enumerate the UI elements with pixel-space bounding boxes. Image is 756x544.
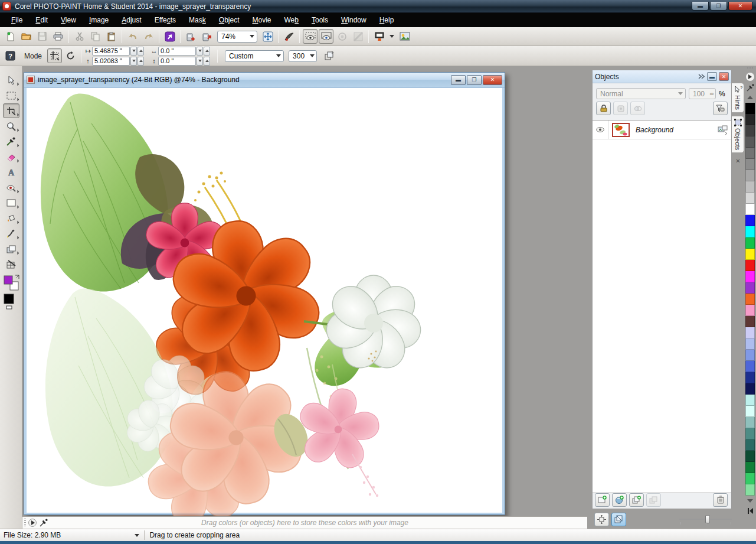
color-swatch[interactable]	[745, 226, 755, 237]
close-button[interactable]: ✕	[728, 2, 752, 11]
image-slicer-tool[interactable]	[3, 257, 19, 272]
lock-transparency-button[interactable]	[596, 102, 611, 115]
zoom-level-dropdown[interactable]	[247, 31, 257, 42]
object-transparency-tool[interactable]	[3, 242, 19, 256]
thumbnail-view-button[interactable]	[611, 513, 626, 526]
y-down-spinner[interactable]	[130, 57, 137, 66]
text-tool[interactable]: A	[3, 165, 19, 180]
eraser-tool[interactable]	[3, 149, 19, 164]
color-swatch[interactable]	[745, 170, 755, 181]
color-swatch[interactable]	[745, 406, 755, 417]
menu-item[interactable]: Edit	[29, 14, 54, 26]
menu-item[interactable]: Window	[335, 14, 373, 26]
secondary-color-swatch[interactable]	[4, 294, 14, 304]
y-up-spinner[interactable]	[138, 57, 144, 66]
palette-eyedropper-icon[interactable]	[745, 83, 755, 92]
color-swatch[interactable]	[745, 125, 755, 136]
menu-item[interactable]: View	[54, 14, 83, 26]
color-swatch[interactable]	[745, 372, 755, 383]
image-adjust-button[interactable]	[397, 29, 412, 44]
copy-button[interactable]	[88, 29, 103, 44]
crop-preset-combo[interactable]: Custom	[225, 50, 284, 62]
palette-scroll-down-button[interactable]	[745, 496, 755, 506]
palette-column-grip[interactable]	[744, 67, 756, 71]
color-swatch[interactable]	[745, 338, 755, 350]
color-swatch[interactable]	[745, 428, 755, 439]
overlay-disabled-button[interactable]	[351, 29, 365, 44]
palette-skip-start-button[interactable]	[745, 506, 755, 516]
new-lens-button[interactable]	[612, 493, 627, 507]
color-swatch[interactable]	[745, 215, 755, 226]
cut-button[interactable]	[72, 29, 87, 44]
expand-panel-button[interactable]	[594, 513, 609, 526]
paint-tool[interactable]	[3, 226, 19, 241]
menu-item[interactable]: File	[5, 14, 29, 26]
color-swatch[interactable]	[745, 439, 755, 451]
merge-mode-combo[interactable]: Normal	[596, 88, 686, 99]
color-swatch[interactable]	[745, 260, 755, 271]
color-swatch[interactable]	[745, 305, 755, 316]
color-swatch[interactable]	[745, 271, 755, 282]
import-button[interactable]	[184, 29, 198, 44]
new-object-button[interactable]	[595, 493, 610, 507]
objects-panel-header[interactable]: Objects ▬ ✕	[593, 70, 731, 83]
duplicate-object-button[interactable]	[629, 493, 644, 507]
zoom-tool[interactable]	[3, 119, 19, 133]
crop-preset-dropdown[interactable]	[274, 51, 283, 61]
color-swatch[interactable]	[745, 282, 755, 294]
color-swatch[interactable]	[745, 383, 755, 395]
eyedropper-tool[interactable]	[3, 134, 19, 149]
color-swatch[interactable]	[745, 327, 755, 338]
pick-tool[interactable]	[3, 73, 19, 87]
minimize-button[interactable]: ▬	[692, 2, 709, 11]
show-mask-marquee-button[interactable]	[303, 29, 318, 44]
resolution-dropdown[interactable]	[308, 51, 316, 61]
color-swatch[interactable]	[745, 417, 755, 428]
fill-tool[interactable]	[3, 211, 19, 226]
color-swatch[interactable]	[745, 148, 755, 159]
layer-row[interactable]: Background	[593, 120, 731, 139]
zoom-level-combo[interactable]: 74%	[217, 31, 257, 43]
color-swatch[interactable]	[745, 204, 755, 215]
color-swatch[interactable]	[745, 181, 755, 193]
restore-button[interactable]: ❐	[710, 2, 727, 11]
clip-mask-button[interactable]	[713, 102, 728, 115]
color-swatch[interactable]	[745, 473, 755, 484]
help-icon[interactable]: ?	[3, 48, 18, 63]
width-field[interactable]	[158, 47, 196, 56]
resolution-combo[interactable]: 300	[289, 50, 317, 62]
crop-tool[interactable]	[3, 103, 19, 118]
document-close-button[interactable]: ✕	[483, 75, 502, 85]
new-button[interactable]	[3, 29, 18, 44]
menu-item[interactable]: Object	[212, 14, 246, 26]
combine-objects-button[interactable]	[646, 493, 661, 507]
opacity-stepper[interactable]: ⇹	[708, 89, 715, 99]
height-down-spinner[interactable]	[197, 57, 203, 66]
palette-scroll-up-button[interactable]	[745, 93, 755, 102]
open-button[interactable]	[19, 29, 34, 44]
tab-hints[interactable]: ? Hints	[732, 83, 744, 113]
menu-item[interactable]: Image	[83, 14, 115, 26]
color-swatch[interactable]	[745, 114, 755, 125]
launch-button[interactable]	[162, 29, 177, 44]
menu-item[interactable]: Effects	[148, 14, 182, 26]
color-swatch[interactable]	[745, 462, 755, 473]
color-swatch[interactable]	[745, 451, 755, 462]
delete-object-button[interactable]	[713, 493, 728, 507]
screen-show-button[interactable]	[372, 29, 387, 44]
layer-visibility-cell[interactable]	[593, 120, 608, 139]
print-button[interactable]	[51, 29, 66, 44]
rectangle-mask-tool[interactable]	[3, 88, 19, 103]
crop-mode-button[interactable]	[47, 48, 62, 63]
link-objects-button[interactable]	[630, 102, 645, 115]
color-swatch[interactable]	[745, 316, 755, 327]
docker-close-icon[interactable]: ✕	[732, 156, 744, 165]
color-swatch[interactable]	[745, 159, 755, 170]
height-up-spinner[interactable]	[204, 57, 210, 66]
undo-button[interactable]	[125, 29, 140, 44]
color-swatch[interactable]	[745, 361, 755, 372]
rotate-button[interactable]	[63, 48, 78, 63]
red-eye-removal-tool[interactable]	[3, 180, 19, 195]
y-position-field[interactable]	[92, 57, 130, 66]
double-chevron-icon[interactable]	[698, 74, 705, 79]
